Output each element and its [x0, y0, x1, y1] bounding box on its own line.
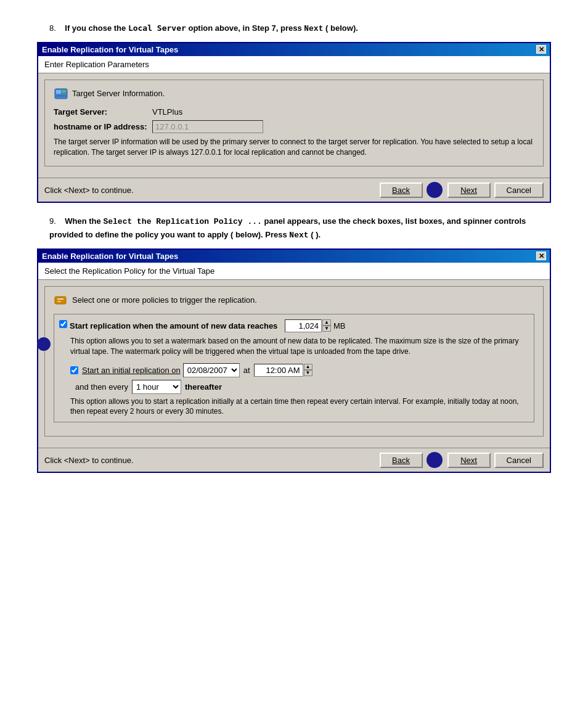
- checkbox2-label: Start an initial replication on: [82, 366, 181, 375]
- next-indicator-1: [427, 182, 443, 198]
- dialog2-close-button[interactable]: ✕: [536, 252, 546, 260]
- initial-replication-row: Start an initial replication on 02/08/20…: [70, 363, 529, 377]
- dialog1: Enable Replication for Virtual Tapes ✕ E…: [37, 42, 551, 203]
- step8-text: 8. If you chose the Local Server option …: [49, 22, 539, 36]
- time-spinner-buttons: ▲ ▼: [304, 364, 312, 376]
- dialog1-panel-title: Target Server Information.: [72, 89, 165, 98]
- at-label: at: [243, 366, 250, 375]
- dialog1-titlebar: Enable Replication for Virtual Tapes ✕: [38, 43, 550, 56]
- every-select[interactable]: 1 hour: [132, 380, 181, 394]
- dialog2-btn-group: Back Next Cancel: [380, 452, 544, 468]
- dialog2-titlebar: Enable Replication for Virtual Tapes ✕: [38, 250, 550, 263]
- target-server-value: VTLPlus: [152, 107, 182, 117]
- dialog2-panel-header: Select one or more policies to trigger t…: [54, 293, 534, 308]
- checkbox1[interactable]: [59, 320, 67, 328]
- spinner-unit: MB: [333, 321, 346, 330]
- svg-rect-1: [56, 90, 61, 94]
- server-icon: [54, 86, 68, 101]
- time-spinner-up[interactable]: ▲: [304, 364, 312, 370]
- dialog2-title: Enable Replication for Virtual Tapes: [42, 252, 178, 261]
- dialog1-info-text: The target server IP information will be…: [54, 137, 534, 158]
- spinner-down-button[interactable]: ▼: [322, 326, 331, 332]
- watermark-section: Start replication when the amount of new…: [54, 314, 534, 422]
- dialog2-info-text1: This option allows you to set a watermar…: [70, 336, 529, 357]
- svg-rect-5: [57, 298, 63, 300]
- dialog1-panel: Target Server Information. Target Server…: [44, 80, 544, 167]
- step9-number: 9.: [49, 216, 56, 226]
- checkbox2[interactable]: [70, 366, 78, 374]
- dialog1-next-button[interactable]: Next: [447, 183, 491, 198]
- step8-strong: If you chose the Local Server option abo…: [65, 23, 358, 33]
- target-server-label: Target Server:: [54, 107, 152, 117]
- dialog2-panel: Select one or more policies to trigger t…: [44, 286, 544, 437]
- dialog2-back-button[interactable]: Back: [380, 453, 423, 468]
- dialog2-subtitle: Select the Replication Policy for the Vi…: [38, 263, 550, 280]
- every-label: and then every: [75, 382, 128, 392]
- dialog1-subtitle: Enter Replication Parameters: [38, 56, 550, 73]
- hostname-label: hostname or IP address:: [54, 122, 152, 131]
- dialog2-footer-text: Click <Next> to continue.: [44, 456, 134, 465]
- dialog1-footer: Click <Next> to continue. Back Next Canc…: [38, 178, 550, 202]
- spinner-input[interactable]: [285, 319, 322, 332]
- dialog2-body: Select one or more policies to trigger t…: [38, 280, 550, 448]
- spinner-up-button[interactable]: ▲: [322, 319, 331, 326]
- blue-dot-1: [37, 337, 51, 351]
- time-input[interactable]: [254, 364, 303, 377]
- dialog2: Enable Replication for Virtual Tapes ✕ S…: [37, 248, 551, 473]
- svg-rect-4: [55, 297, 66, 304]
- svg-rect-3: [56, 95, 66, 97]
- dialog1-close-button[interactable]: ✕: [536, 45, 546, 54]
- hostname-input[interactable]: [152, 120, 263, 133]
- svg-rect-2: [62, 90, 66, 92]
- dialog2-info-text2: This option allows you to start a replic…: [70, 396, 529, 417]
- dialog2-next-button[interactable]: Next: [447, 453, 491, 468]
- dialog1-footer-text: Click <Next> to continue.: [44, 186, 134, 195]
- dialog2-cancel-button[interactable]: Cancel: [494, 453, 544, 468]
- dialog1-cancel-button[interactable]: Cancel: [494, 183, 544, 198]
- dialog1-panel-header: Target Server Information.: [54, 86, 534, 101]
- thereafter-label: thereafter: [185, 382, 222, 392]
- step8-number: 8.: [49, 23, 56, 33]
- dialog1-back-button[interactable]: Back: [380, 183, 423, 198]
- step9-text: 9. When the Select the Replication Polic…: [49, 215, 539, 242]
- date-select[interactable]: 02/08/2007: [183, 363, 240, 377]
- checkbox1-label: Start replication when the amount of new…: [70, 321, 277, 330]
- hostname-row: hostname or IP address:: [54, 120, 534, 133]
- dialog1-title: Enable Replication for Virtual Tapes: [42, 45, 178, 54]
- svg-rect-6: [57, 301, 61, 302]
- next-indicator-2: [427, 452, 443, 468]
- step9-strong: When the Select the Replication Policy .…: [49, 216, 526, 239]
- time-spinner-down[interactable]: ▼: [304, 370, 312, 376]
- spinner-buttons: ▲ ▼: [322, 319, 331, 332]
- every-row: and then every 1 hour thereafter: [75, 380, 529, 394]
- policy-icon: [54, 293, 68, 308]
- dialog2-footer: Click <Next> to continue. Back Next Canc…: [38, 448, 550, 472]
- step9-code1: Select the Replication Policy ...: [103, 217, 261, 226]
- step8-code1: Local Server: [128, 23, 186, 33]
- target-server-row: Target Server: VTLPlus: [54, 107, 534, 117]
- dialog1-body: Target Server Information. Target Server…: [38, 73, 550, 178]
- dialog1-btn-group: Back Next Cancel: [380, 182, 544, 198]
- dialog2-panel-title: Select one or more policies to trigger t…: [72, 295, 257, 305]
